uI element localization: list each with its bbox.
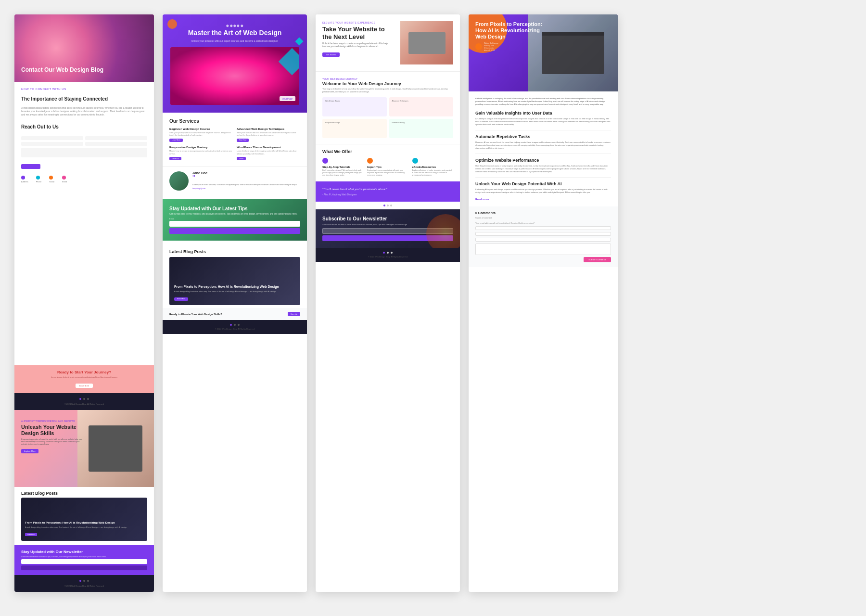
blog-explore-button[interactable]: Explore More (21, 449, 38, 453)
hero-decor-diamond (295, 38, 304, 46)
nl-subscribe-btn[interactable] (169, 228, 300, 234)
post-title: From Pixels to Perception: How AI is Rev… (25, 521, 143, 525)
d2 (234, 324, 236, 326)
page-dot-2[interactable] (387, 205, 389, 206)
publish-date: March 1, 2024 (484, 50, 498, 51)
reach-title: Reach Out to Us (21, 124, 147, 129)
footer-dots (169, 324, 300, 326)
services-section: Our Services Beginner Web Design Course … (163, 113, 307, 166)
contact-phone: Phone (36, 176, 42, 183)
comment-notice: Your email address will not be published… (475, 222, 611, 224)
comment-website-field[interactable] (475, 238, 611, 242)
offer-item-title-0: Step-by-Step Tutorials (322, 166, 363, 168)
contact-social: Social (49, 176, 54, 183)
card-contact-blog: Contact Our Web Design Blog HOW TO CONNE… (14, 14, 154, 592)
hero-title: Contact Our Web Design Blog (21, 66, 103, 74)
post-sub: A web design blog looks the other way. T… (174, 290, 295, 293)
author-row: Written By Graeme Reading time 0 Comment… (475, 42, 551, 51)
email-field[interactable] (85, 136, 147, 140)
page-dot-1[interactable] (383, 205, 385, 206)
offer-icon-1 (367, 158, 373, 164)
submit-comment-btn[interactable]: SUBMIT COMMENT (584, 257, 611, 262)
cta-row: Ready to Elevate Your Web Design Skills?… (163, 308, 307, 320)
message-field[interactable] (21, 148, 147, 157)
section4-sub: Embracing AI in your web design projects… (475, 188, 611, 194)
offer-item-title-2: eBooks/Resources (412, 166, 453, 168)
footer-text: © 2024 Web Design Blog. All Rights Reser… (21, 403, 147, 405)
address-field[interactable] (21, 142, 83, 146)
service-title-3: WordPress Theme Development (237, 146, 300, 149)
name-field[interactable] (21, 136, 83, 140)
contact-info: Address Phone Social Email (21, 176, 147, 183)
newsletter-section: Stay Updated with Our Newsletter Subscri… (14, 545, 154, 575)
read-more-button[interactable]: Read More (25, 533, 37, 536)
service-btn-3[interactable]: Learn (237, 157, 246, 160)
post-card: From Pixels to Perception: How AI is Rev… (169, 257, 300, 305)
subscribe-button[interactable] (21, 565, 147, 570)
read-more-link[interactable]: Read more (475, 198, 611, 201)
service-title-0: Beginner Web Design Course (169, 128, 233, 130)
quote-banner: " You'll never tire of what you're passi… (316, 181, 460, 202)
phone-field[interactable] (85, 142, 147, 146)
submit-row: SUBMIT COMMENT (475, 257, 611, 262)
blog-hero-image (77, 410, 154, 487)
footer-dots-2 (21, 580, 147, 582)
testimonial-section: Jane Doe " Lorem ipsum dolor sit amet, c… (163, 166, 307, 195)
offer-item-sub-0: Don't know where to start? We are here t… (322, 169, 363, 177)
services-title: Our Services (169, 118, 300, 124)
fd2 (387, 252, 389, 254)
offer-item-sub-2: Explore collections of books, templates,… (412, 169, 453, 177)
cta-sub: Lorem ipsum dolor sit amet consectetur a… (21, 376, 147, 378)
service-item-0: Beginner Web Design Course Start your jo… (169, 128, 233, 142)
page2-footer: © 2024 Web Design Blog. All Rights Reser… (14, 575, 154, 592)
hero-sub: Unlock the latest ways to create a compe… (322, 42, 395, 49)
section3-sub: One thing the internet users of today ex… (475, 165, 611, 173)
comments-count: 0 Comments (484, 47, 498, 49)
grid-text-0: Web Design Basics (325, 100, 384, 103)
author-name: Written By Graeme (484, 42, 498, 44)
offer-icon-2 (412, 158, 418, 164)
section-title: The Importance of Staying Connected (21, 96, 147, 102)
email-text: Email (62, 180, 67, 183)
nl-email-input[interactable] (169, 221, 300, 227)
cta-button[interactable]: Learn More (76, 384, 93, 388)
post-overlay: From Pixels to Perception: How AI is Rev… (25, 521, 143, 537)
cta-btn[interactable]: Sign Up (288, 312, 300, 316)
service-item-2: Responsive Design Mastery Master how to … (169, 146, 233, 160)
service-btn-1[interactable]: Start Now (237, 139, 249, 142)
footer-text: © 2024 Web Design Blog. All Rights Reser… (322, 256, 453, 258)
comment-email-field[interactable] (475, 232, 611, 236)
post-title: From Pixels to Perception: How AI is Rev… (174, 284, 295, 289)
service-btn-0[interactable]: Learn More (169, 139, 183, 142)
comment-name-field[interactable] (475, 226, 611, 230)
offer-item-0: Step-by-Step Tutorials Don't know where … (322, 158, 363, 177)
email-input[interactable] (21, 559, 147, 564)
dot3 (87, 398, 89, 400)
hero-image: caİtinge (170, 47, 299, 105)
dot6 (87, 580, 89, 582)
hero-btn[interactable]: Get Started (322, 52, 340, 57)
service-item-1: Advanced Web Design Techniques Take your… (237, 128, 300, 142)
read-more-btn[interactable]: Read More (174, 297, 188, 301)
submit-button[interactable] (21, 164, 40, 169)
blog-title: Unleash Your Website Design Skills (21, 424, 84, 436)
dot5 (83, 580, 85, 582)
testimonial-role: Inspiring Quote (192, 187, 300, 190)
nl-label: Email (169, 218, 300, 220)
nl-title: Stay Updated with Our Latest Tips (169, 206, 300, 211)
master-hero: ⬤ ⬤ ⬤ ⬤ ⬤ Master the Art of Web Design U… (163, 14, 307, 113)
blog-sub: Empowering people all over the world wit… (21, 438, 84, 445)
service-title-2: Responsive Design Mastery (169, 146, 233, 149)
service-btn-2[interactable]: Get More (169, 157, 181, 160)
hero-content: From Pixels to Perception: How AI is Rev… (475, 21, 551, 51)
post-card: From Pixels to Perception: How AI is Rev… (21, 498, 147, 541)
service-desc-2: Master how to create a strong responsive… (169, 150, 233, 155)
section2-sub: However, AI can be used to do far more t… (475, 141, 611, 150)
fd3 (391, 252, 393, 254)
comment-message-field[interactable] (475, 244, 611, 255)
page-dot-3[interactable] (390, 205, 392, 206)
hero-title: Take Your Website to the Next Level (322, 26, 395, 40)
d3 (238, 324, 240, 326)
cta-banner: Ready to Start Your Journey? Lorem ipsum… (14, 365, 154, 393)
author-avatar (475, 43, 482, 50)
